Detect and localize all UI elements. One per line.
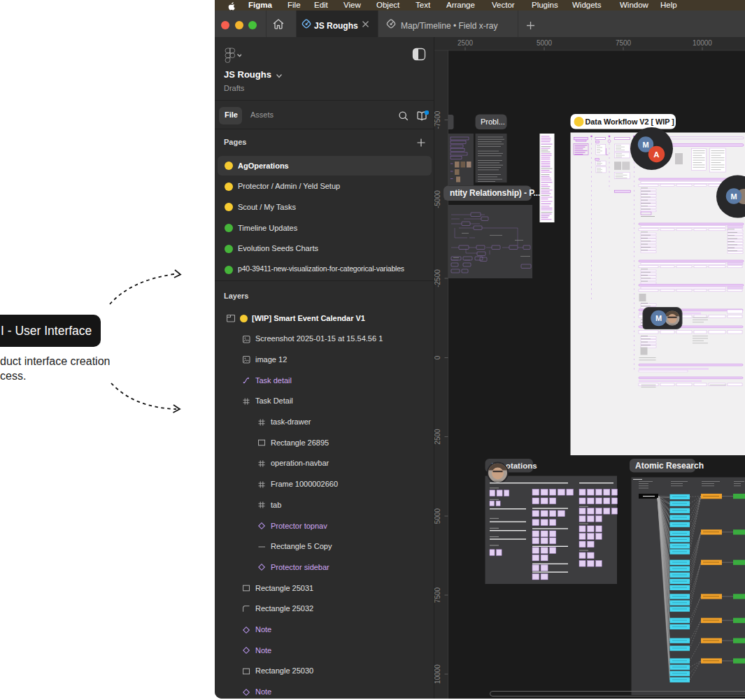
svg-text:-7500: -7500: [434, 110, 441, 129]
svg-text:7500: 7500: [434, 587, 441, 603]
svg-text:10000: 10000: [434, 664, 441, 684]
svg-text:M: M: [642, 141, 648, 149]
svg-text:10000: 10000: [693, 39, 712, 47]
svg-text:-5000: -5000: [434, 190, 441, 208]
svg-text:-2500: -2500: [434, 269, 441, 287]
svg-text:A: A: [653, 150, 659, 159]
svg-text:5000: 5000: [537, 39, 553, 47]
svg-text:Atomic Research: Atomic Research: [635, 461, 704, 471]
svg-text:Data Workflow V2 [ WIP ]: Data Workflow V2 [ WIP ]: [586, 117, 674, 126]
svg-text:ntity Relationship) - P...: ntity Relationship) - P...: [450, 188, 540, 198]
svg-text:M: M: [655, 314, 662, 322]
svg-text:0: 0: [434, 355, 441, 359]
svg-text:Probl...: Probl...: [481, 117, 505, 126]
svg-text:2500: 2500: [434, 429, 441, 445]
svg-text:M: M: [730, 192, 737, 201]
svg-text:7500: 7500: [616, 39, 632, 47]
svg-text:5000: 5000: [434, 508, 441, 524]
svg-text:2500: 2500: [457, 39, 474, 47]
